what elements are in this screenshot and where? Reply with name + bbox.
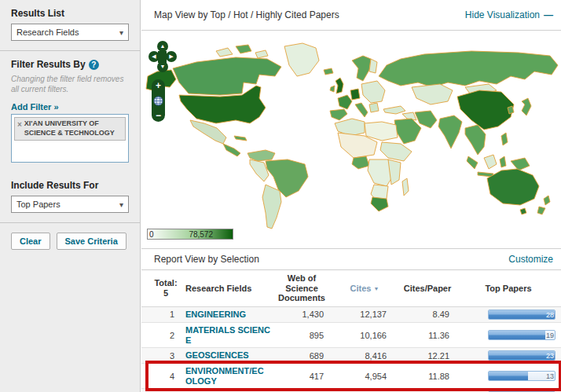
- row-docs: 895: [270, 331, 333, 340]
- top-papers-value: 23: [546, 351, 554, 361]
- help-icon[interactable]: ?: [89, 60, 99, 70]
- filter-tag-label: XI'AN UNIVERSITY OF SCIENCE & TECHNOLOGY: [24, 119, 122, 137]
- report-table-header: Total: 5 Research Fields Web of Science …: [141, 270, 561, 307]
- top-papers-value: 28: [546, 310, 554, 320]
- top-papers-bar: 23: [488, 350, 556, 361]
- row-cites: 12,137: [333, 310, 396, 319]
- chevron-down-icon: ▾: [119, 200, 123, 209]
- table-row: 1 ENGINEERING 1,430 12,137 8.49 28: [141, 307, 561, 323]
- customize-link[interactable]: Customize: [508, 254, 553, 265]
- row-rank: 3: [152, 351, 179, 361]
- legend-min-value: 0: [149, 230, 154, 239]
- hide-visualization-link[interactable]: Hide Visualization—: [465, 9, 553, 20]
- filter-note: Changing the filter field removes all cu…: [11, 75, 129, 94]
- column-wos-documents: Web of Science Documents: [270, 273, 333, 303]
- research-field-link[interactable]: GEOSCIENCES: [185, 350, 249, 361]
- research-field-link[interactable]: ENVIRONMENT/ECOLOGY: [185, 366, 270, 386]
- pan-right-button[interactable]: ▶: [166, 51, 177, 62]
- row-cites-per-paper: 12.21: [396, 351, 459, 361]
- table-row: 2 MATERIALS SCIENCE 895 10,166 11.36 19: [141, 323, 561, 348]
- results-list-value: Research Fields: [16, 27, 79, 37]
- research-field-link[interactable]: ENGINEERING: [185, 310, 246, 320]
- report-view-title: Report View by Selection: [154, 254, 259, 265]
- table-row: 4 ENVIRONMENT/ECOLOGY 417 4,954 11.88 13: [141, 364, 561, 389]
- row-cites: 10,166: [333, 331, 396, 340]
- row-cites-per-paper: 11.36: [396, 331, 459, 340]
- column-research-fields: Research Fields: [179, 284, 270, 294]
- include-results-value: Top Papers: [16, 200, 60, 209]
- remove-filter-icon[interactable]: ×: [17, 119, 22, 137]
- row-docs: 417: [270, 372, 333, 381]
- top-papers-bar: 28: [488, 310, 556, 320]
- minus-icon: —: [544, 9, 553, 20]
- map-view-title: Map View by Top / Hot / Highly Cited Pap…: [154, 9, 339, 20]
- pan-down-button[interactable]: ▼: [157, 61, 168, 72]
- row-cites-per-paper: 11.88: [396, 372, 459, 381]
- table-row: 3 GEOSCIENCES 689 8,416 12.21 23: [141, 348, 561, 364]
- table-row: 0 ALL FIELDS 4,875 48,650 9.98 112: [141, 389, 561, 392]
- filter-box[interactable]: × XI'AN UNIVERSITY OF SCIENCE & TECHNOLO…: [11, 114, 129, 163]
- top-papers-value: 19: [546, 331, 554, 340]
- sidebar: Results List Research Fields ▾ Filter Re…: [0, 0, 141, 392]
- column-cites-per-paper: Cites/Paper: [396, 284, 459, 294]
- zoom-in-button[interactable]: +: [152, 81, 165, 90]
- total-count: Total: 5: [152, 278, 179, 298]
- top-papers-value: 13: [546, 372, 554, 381]
- top-papers-bar-fill: [489, 372, 528, 380]
- pan-left-button[interactable]: ◀: [148, 51, 160, 62]
- include-results-select[interactable]: Top Papers ▾: [11, 196, 129, 213]
- column-top-papers: Top Papers: [459, 284, 558, 294]
- sort-arrow-icon: ▼: [374, 286, 380, 291]
- report-table-body: 1 ENGINEERING 1,430 12,137 8.49 28 2 MAT…: [141, 307, 561, 392]
- save-criteria-button[interactable]: Save Criteria: [57, 233, 126, 250]
- row-cites-per-paper: 8.49: [396, 310, 459, 319]
- chevron-down-icon: ▾: [119, 28, 123, 37]
- results-list-select[interactable]: Research Fields ▾: [11, 24, 129, 41]
- pan-up-button[interactable]: ▲: [157, 41, 168, 52]
- top-papers-bar-fill: [489, 331, 545, 339]
- map-legend: 0 78,572: [147, 229, 233, 240]
- row-rank: 4: [152, 372, 179, 381]
- world-map[interactable]: [141, 35, 561, 232]
- add-filter-link[interactable]: Add Filter »: [11, 102, 59, 112]
- top-papers-bar: 19: [488, 330, 556, 340]
- row-cites: 8,416: [333, 351, 396, 361]
- row-rank: 2: [152, 331, 179, 340]
- top-papers-bar-fill: [489, 310, 555, 319]
- map-area: ▲ ◀ ▶ ▼ + − 0 78,572: [141, 31, 561, 249]
- include-results-label: Include Results For: [11, 180, 129, 191]
- filter-results-label: Filter Results By?: [11, 59, 129, 70]
- results-list-label: Results List: [11, 8, 129, 19]
- filter-tag[interactable]: × XI'AN UNIVERSITY OF SCIENCE & TECHNOLO…: [14, 117, 126, 140]
- row-docs: 1,430: [270, 310, 333, 319]
- main-content: Map View by Top / Hot / Highly Cited Pap…: [141, 0, 561, 392]
- legend-max-value: 78,572: [189, 230, 213, 239]
- top-papers-bar: 13: [488, 371, 556, 381]
- research-field-link[interactable]: MATERIALS SCIENCE: [185, 325, 270, 345]
- column-cites-sort[interactable]: Cites ▼: [333, 284, 396, 294]
- clear-button[interactable]: Clear: [11, 233, 50, 250]
- map-pan-control[interactable]: ▲ ◀ ▶ ▼: [148, 41, 177, 74]
- row-cites: 4,954: [333, 372, 396, 381]
- map-zoom-control: + −: [152, 79, 165, 122]
- globe-icon[interactable]: [153, 96, 163, 106]
- top-papers-bar-fill: [489, 351, 555, 360]
- row-rank: 1: [152, 310, 179, 319]
- zoom-out-button[interactable]: −: [152, 111, 165, 120]
- row-docs: 689: [270, 351, 333, 361]
